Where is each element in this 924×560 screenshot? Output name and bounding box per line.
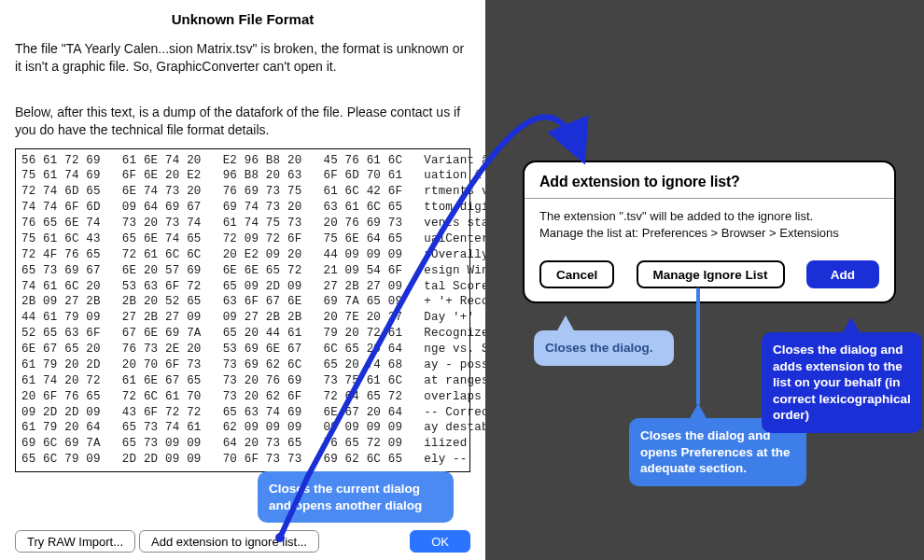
dialog-title: Unknown File Format [15,11,470,27]
add-button[interactable]: Add [806,260,879,288]
hex-dump: 56 61 72 69 61 6E 74 20 E2 96 B8 20 45 7… [15,148,470,473]
dialog-paragraph-2: Below, after this text, is a dump of the… [15,104,470,139]
dialog-button-bar: Try RAW Import... Add extension to ignor… [15,530,470,553]
callout-add: Closes the dialog and adds extension to … [762,332,922,433]
callout-main-arrow: Closes the current dialog and opens anot… [258,471,454,523]
callout-cancel: Closes the dialog. [534,330,674,366]
add-extension-to-ignore-list-button[interactable]: Add extension to ignore list... [139,530,319,553]
add-extension-dialog: Add extension to ignore list? The extens… [523,161,896,303]
mini-dialog-line-1: The extension ".tsv" will be added to th… [539,208,879,225]
mini-dialog-title: Add extension to ignore list? [539,174,879,190]
dialog-paragraph-1: The file "TA Yearly Calen...sion Matrix.… [15,40,470,76]
ok-button[interactable]: OK [410,530,470,553]
manage-ignore-list-button[interactable]: Manage Ignore List [637,260,785,288]
divider [525,198,894,199]
mini-dialog-buttons: Cancel Manage Ignore List Add [539,260,879,288]
annotation-area: Add extension to ignore list? The extens… [485,0,924,560]
cancel-button[interactable]: Cancel [539,260,614,288]
try-raw-import-button[interactable]: Try RAW Import... [15,530,135,553]
mini-dialog-line-2: Manage the list at: Preferences > Browse… [539,225,879,242]
